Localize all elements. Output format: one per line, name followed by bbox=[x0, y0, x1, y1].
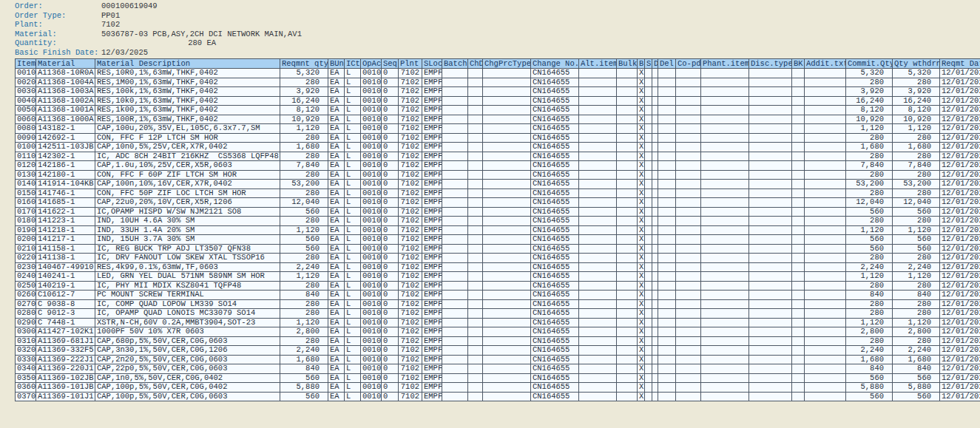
component-row-0050[interactable]: 0050A11368-1001ARES,1k00,1%,63mW,THKF,04… bbox=[16, 106, 980, 115]
cell-alt_item bbox=[579, 235, 617, 245]
cell-bk bbox=[792, 78, 805, 87]
cell-del bbox=[658, 198, 676, 208]
component-row-0210[interactable]: 0210141158-1IC, REG BUCK TRP ADJ LT3507 … bbox=[16, 244, 980, 254]
cell-ict: L bbox=[345, 392, 361, 401]
column-header-bulk: Bulk bbox=[617, 59, 638, 69]
component-row-0340[interactable]: 0340A11369-220J1CAP,22p0,5%,50V,CER,C0G,… bbox=[16, 364, 980, 374]
cell-sloc: EMPF bbox=[422, 225, 442, 235]
cell-commit_qty: 280 bbox=[846, 133, 893, 143]
cell-seq: 0 bbox=[382, 272, 399, 282]
cell-addit_txt bbox=[805, 373, 846, 383]
cell-del bbox=[658, 392, 676, 401]
component-row-0180[interactable]: 0180141223-1IND, 10UH 4.6A 30% SM280EAL0… bbox=[16, 217, 980, 226]
cell-addit_txt bbox=[805, 143, 846, 152]
order-field-value: 5036787-03 PCB,ASY,2CH DCI NETWORK MAIN,… bbox=[101, 30, 302, 39]
cell-commit_qty: 560 bbox=[846, 244, 893, 254]
cell-bulk bbox=[617, 96, 638, 106]
cell-bun: EA bbox=[328, 124, 345, 134]
cell-item: 0190 bbox=[16, 225, 36, 235]
cell-item: 0280 bbox=[16, 309, 36, 319]
column-header-sloc: SLoc bbox=[422, 59, 442, 69]
cell-material: A11368-10R0A bbox=[36, 69, 95, 78]
component-row-0190[interactable]: 0190141218-1IND, 33UH 1.4A 20% SM1,120EA… bbox=[16, 225, 980, 235]
cell-b: X bbox=[638, 198, 645, 208]
cell-b: X bbox=[638, 309, 645, 319]
cell-ict: L bbox=[345, 383, 361, 393]
cell-d bbox=[652, 355, 658, 364]
cell-ict: L bbox=[345, 327, 361, 337]
component-row-0090[interactable]: 0090142692-1CON, FFC F 12P LTCH SM HOR28… bbox=[16, 133, 980, 143]
cell-chgprctype bbox=[483, 217, 531, 226]
cell-material: 142692-1 bbox=[36, 133, 95, 143]
cell-batch bbox=[442, 235, 468, 245]
component-row-0280[interactable]: 0280C 9012-3IC, OPAMP QUAD LONOIS MC3307… bbox=[16, 309, 980, 319]
cell-plnt: 7102 bbox=[399, 254, 422, 263]
cell-phant_item bbox=[701, 281, 749, 291]
component-row-0240[interactable]: 0240140241-1LED, GRN YEL DUAL 571NM 589N… bbox=[16, 272, 980, 282]
cell-sloc: EMPF bbox=[422, 180, 442, 189]
cell-material: A11368-1001A bbox=[36, 106, 95, 115]
cell-reqmt_date: 12/01/2025 bbox=[940, 180, 980, 189]
cell-seq: 0 bbox=[382, 355, 399, 364]
cell-disc_type bbox=[749, 383, 792, 393]
component-row-0110[interactable]: 0110142302-1IC, ADC 8CH 24BIT 216KHZ CS5… bbox=[16, 152, 980, 161]
cell-qty: 280 bbox=[280, 217, 328, 226]
cell-plnt: 7102 bbox=[399, 272, 422, 282]
cell-d bbox=[652, 281, 658, 291]
component-row-0150[interactable]: 0150141746-1CON, FFC 50P ZIF LOC LTCH SM… bbox=[16, 188, 980, 198]
cell-disc_type bbox=[749, 96, 792, 106]
component-row-0140[interactable]: 0140141914-104KBCAP,100n,10%,16V,CER,X7R… bbox=[16, 180, 980, 189]
component-row-0010[interactable]: 0010A11368-10R0ARES,10R0,1%,63mW,THKF,04… bbox=[16, 69, 980, 78]
component-row-0320[interactable]: 0320A11369-332F5CAP,3n30,1%,50V,CER,C0G,… bbox=[16, 346, 980, 356]
cell-d bbox=[652, 235, 658, 245]
cell-d bbox=[652, 346, 658, 356]
cell-qty: 280 bbox=[280, 78, 328, 87]
cell-seq: 0 bbox=[382, 87, 399, 97]
component-row-0370[interactable]: 0370A11369-101J1CAP,100p,5%,50V,CER,C0G,… bbox=[16, 392, 980, 401]
component-row-0120[interactable]: 0120142186-1CAP,1.0u,10%,25V,CER,X5R,060… bbox=[16, 161, 980, 171]
cell-phant_item bbox=[701, 143, 749, 152]
component-row-0030[interactable]: 0030A11368-1003ARES,100k,1%,63mW,THKF,04… bbox=[16, 87, 980, 97]
cell-phant_item bbox=[701, 318, 749, 327]
cell-batch bbox=[442, 281, 468, 291]
component-row-0300[interactable]: 0300A11427-102K11000PF 50V 10% X7R 06032… bbox=[16, 327, 980, 337]
component-row-0080[interactable]: 0080143182-1CAP,100u,20%,35V,EL,105C,6.3… bbox=[16, 124, 980, 134]
component-row-0290[interactable]: 0290C 7448-1XSTR,N-CH,60V 0.2A,MMBT3904,… bbox=[16, 318, 980, 327]
component-row-0270[interactable]: 0270C 9038-8IC, COMP QUAD LOPOW LM339 SO… bbox=[16, 299, 980, 309]
component-row-0350[interactable]: 0350A11369-102JBCAP,1n0,5%,50V,CER,C0G,0… bbox=[16, 373, 980, 383]
component-row-0060[interactable]: 0060A11368-1000ARES,100R,1%,63mW,THKF,04… bbox=[16, 115, 980, 124]
component-row-0230[interactable]: 0230140467-49910RES,4k99,0.1%,63mW,TF,06… bbox=[16, 262, 980, 272]
cell-b: X bbox=[638, 327, 645, 337]
component-row-0130[interactable]: 0130142180-1CON, FFC F 60P ZIF LTCH SM H… bbox=[16, 170, 980, 180]
cell-phant_item bbox=[701, 336, 749, 346]
cell-commit_qty: 1,120 bbox=[846, 124, 893, 134]
component-row-0100[interactable]: 0100142511-103JBCAP,10n0,5%,25V,CER,X7R,… bbox=[16, 143, 980, 152]
cell-co_pd bbox=[676, 383, 701, 393]
cell-reqmt_date: 12/01/2025 bbox=[940, 327, 980, 337]
component-row-0250[interactable]: 0250140219-1IC, PHY MII MDIX KSZ8041 TQF… bbox=[16, 281, 980, 291]
cell-bun: EA bbox=[328, 180, 345, 189]
component-row-0160[interactable]: 0160141685-1CAP,22u0,20%,10V,CER,X5R,120… bbox=[16, 198, 980, 208]
column-header-s: S bbox=[645, 59, 652, 69]
cell-b: X bbox=[638, 225, 645, 235]
cell-commit_qty: 1,120 bbox=[846, 225, 893, 235]
cell-seq: 0 bbox=[382, 198, 399, 208]
cell-change_no: CN164655 bbox=[531, 235, 579, 245]
cell-reqmt_date: 12/01/2025 bbox=[940, 96, 980, 106]
component-row-0330[interactable]: 0330A11369-222J1CAP,2n20,5%,50V,CER,C0G,… bbox=[16, 355, 980, 364]
cell-b: X bbox=[638, 152, 645, 161]
component-row-0310[interactable]: 0310A11369-681J1CAP,680p,5%,50V,CER,C0G,… bbox=[16, 336, 980, 346]
cell-d bbox=[652, 383, 658, 393]
component-row-0360[interactable]: 0360A11369-101JBCAP,100p,5%,50V,CER,C0G,… bbox=[16, 383, 980, 393]
component-row-0220[interactable]: 0220141138-1IC, DRV FANOUT LOW SKEW XTAL… bbox=[16, 254, 980, 263]
cell-ict: L bbox=[345, 161, 361, 171]
cell-material: A11368-1002A bbox=[36, 96, 95, 106]
component-row-0260[interactable]: 0260C10612-7PC MOUNT SCREW TERMINAL840EA… bbox=[16, 291, 980, 300]
component-row-0020[interactable]: 0020A11368-1004ARES,1M00,1%,63mW,THKF,04… bbox=[16, 78, 980, 87]
cell-sloc: EMPF bbox=[422, 235, 442, 245]
component-row-0200[interactable]: 0200141217-1IND, 15UH 3.7A 30% SM560EAL0… bbox=[16, 235, 980, 245]
component-row-0170[interactable]: 0170141622-1IC,OPAMP HISPD W/SW NJM2121 … bbox=[16, 207, 980, 217]
cell-ict: L bbox=[345, 133, 361, 143]
component-row-0040[interactable]: 0040A11368-1002ARES,10k0,1%,63mW,THKF,04… bbox=[16, 96, 980, 106]
cell-batch bbox=[442, 262, 468, 272]
